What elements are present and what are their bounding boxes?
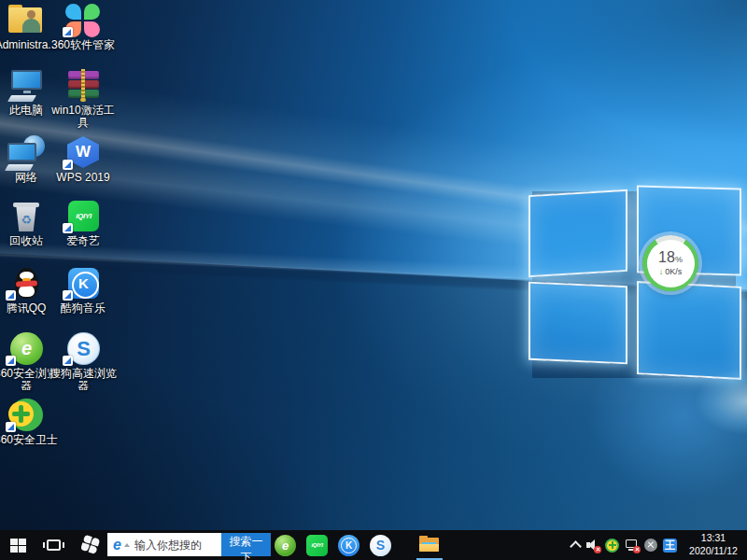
- desktop-icon-label: win10激活工具: [48, 105, 119, 130]
- desktop-icon-wps-2019[interactable]: W WPS 2019: [48, 135, 119, 184]
- desktop-icon-360-software-manager[interactable]: 360软件管家: [48, 3, 119, 51]
- clock-time: 13:31: [684, 532, 742, 545]
- kugou-icon: K: [338, 535, 359, 556]
- sogou-icon: S: [370, 535, 391, 556]
- chevron-up-icon: [570, 540, 582, 553]
- computer-icon: [5, 68, 48, 103]
- 360-safe-icon: [5, 398, 48, 432]
- system-tray: 王 13:31 2020/11/12: [571, 530, 742, 560]
- desktop-icon-label: 360软件管家: [48, 39, 119, 51]
- wps-hexagon-icon: W: [62, 135, 105, 170]
- gray-x-icon: [644, 539, 657, 552]
- taskbar-iqiyi-button[interactable]: iQIYI: [306, 535, 328, 556]
- iqiyi-icon: iQIYI: [306, 535, 328, 556]
- desktop-icon-label: 搜狗高速浏览器: [48, 368, 119, 393]
- user-folder-icon: [5, 3, 48, 37]
- shortcut-arrow-icon: [6, 290, 16, 301]
- recycle-symbol: ♻: [21, 213, 32, 227]
- wang-app-tray[interactable]: 王: [663, 539, 677, 553]
- start-button[interactable]: [2, 530, 34, 560]
- search-button[interactable]: 搜索一下: [221, 533, 271, 556]
- taskbar-file-explorer-button[interactable]: [418, 534, 441, 556]
- search-engine-icon[interactable]: e: [113, 538, 121, 553]
- clock-date: 2020/11/12: [684, 545, 742, 558]
- desktop-icon-label: 酷狗音乐: [48, 302, 119, 315]
- desktop-icon-360-safe[interactable]: 360安全卫士: [0, 398, 62, 446]
- progress-percent: 18%: [658, 250, 683, 265]
- shortcut-arrow-icon: [63, 27, 73, 37]
- desktop-icon-label: WPS 2019: [48, 172, 119, 184]
- error-badge-icon: [594, 546, 601, 553]
- desktop-icon-label: 360安全卫士: [0, 434, 62, 446]
- winrar-books-icon: [62, 68, 105, 103]
- iqiyi-icon: iQIYI: [62, 199, 105, 233]
- shortcut-arrow-icon: [63, 223, 73, 233]
- wang-app-icon: 王: [663, 539, 677, 553]
- engine-dropdown-caret-icon[interactable]: [124, 543, 130, 547]
- taskbar-kugou-button[interactable]: K: [338, 535, 359, 556]
- pinned-apps: e iQIYI K S: [275, 530, 391, 560]
- network-error-icon: [625, 539, 639, 552]
- network-disconnected-tray[interactable]: [625, 539, 639, 552]
- 360-software-manager-icon: [62, 3, 105, 37]
- 360-safe-tray[interactable]: [605, 539, 619, 553]
- progress-content: 18% ↓ 0K/s: [647, 240, 695, 287]
- task-view-button[interactable]: [37, 530, 69, 560]
- kugou-icon: K: [62, 266, 105, 301]
- taskbar-clock[interactable]: 13:31 2020/11/12: [684, 532, 742, 557]
- recycle-bin-icon: ♻: [5, 199, 48, 233]
- desktop-icon-label: 爱奇艺: [48, 235, 119, 247]
- desktop-icon-iqiyi[interactable]: iQIYI 爱奇艺: [48, 199, 119, 247]
- pinwheel-app-button[interactable]: [75, 530, 106, 560]
- shortcut-arrow-icon: [63, 356, 73, 366]
- qq-penguin-icon: [5, 266, 48, 301]
- shortcut-arrow-icon: [6, 356, 16, 366]
- 360-safe-icon: [605, 539, 619, 553]
- shortcut-arrow-icon: [63, 290, 73, 301]
- 360-browser-icon: e: [275, 535, 296, 556]
- volume-muted-tray[interactable]: [585, 539, 599, 552]
- network-icon: [5, 135, 48, 170]
- 360-browser-icon: e: [5, 331, 48, 366]
- desktop-icon-kugou[interactable]: K 酷狗音乐: [48, 266, 119, 315]
- windows-logo-pane: [529, 282, 627, 365]
- taskbar-360-browser-button[interactable]: e: [275, 535, 296, 556]
- disconnected-status-tray[interactable]: [644, 539, 657, 552]
- windows-logo-pane: [529, 189, 627, 277]
- hidden-icons-chevron[interactable]: [571, 539, 580, 551]
- shortcut-arrow-icon: [6, 422, 16, 432]
- taskbar-search-box: e 搜索一下: [107, 533, 271, 556]
- shortcut-arrow-icon: [63, 160, 73, 170]
- taskbar: e 搜索一下 e iQIYI K S: [0, 530, 747, 560]
- desktop-icon-sogou-browser[interactable]: S 搜狗高速浏览器: [48, 331, 119, 393]
- down-arrow-icon: ↓: [659, 267, 664, 276]
- download-progress-widget[interactable]: 18% ↓ 0K/s: [642, 235, 698, 291]
- windows-desktop: Administra... 此电脑 网络 ♻ 回收站 腾讯QQ e: [0, 0, 747, 560]
- error-badge-icon: [633, 546, 641, 553]
- sogou-browser-icon: S: [62, 331, 105, 366]
- task-view-icon: [47, 539, 61, 551]
- windows-logo-glow: [678, 357, 747, 446]
- taskbar-sogou-button[interactable]: S: [370, 535, 391, 556]
- speaker-muted-icon: [585, 539, 599, 552]
- windows-start-icon: [10, 539, 26, 553]
- pinwheel-icon: [80, 535, 102, 556]
- download-speed: ↓ 0K/s: [659, 267, 683, 276]
- search-input[interactable]: [133, 538, 221, 553]
- desktop-icon-win10-activation[interactable]: win10激活工具: [48, 68, 119, 130]
